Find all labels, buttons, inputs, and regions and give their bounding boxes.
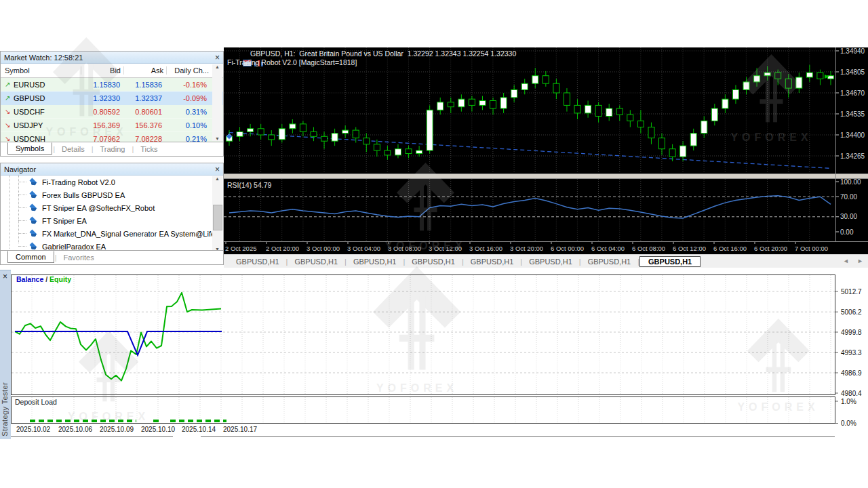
candlestick-chart[interactable]: 1.349401.348051.346701.345351.344001.342… — [224, 47, 868, 254]
table-row[interactable]: ↘USDJPY156.369156.3760.10% — [1, 119, 223, 132]
svg-text:4999.8: 4999.8 — [841, 329, 862, 336]
tree-connector — [18, 182, 26, 182]
tree-item-ea[interactable]: FT Sniper EA — [1, 214, 212, 227]
expert-advisor-icon — [28, 203, 39, 212]
svg-text:1.34670: 1.34670 — [840, 89, 865, 97]
svg-text:0.0%: 0.0% — [841, 420, 856, 427]
tree-item-ea[interactable]: FT Sniper EA @SoftechFX_Robot — [1, 201, 212, 214]
market-watch-rows: ↗EURUSD1.158301.15836-0.16%↗GBPUSD1.3233… — [1, 78, 223, 146]
market-watch-column-headers[interactable]: Symbol Bid Ask Daily Ch... — [1, 64, 223, 78]
strategy-tester-panel: × Strategy Tester 5012.75006.24999.84993… — [0, 270, 868, 441]
chart-header: GBPUSD, H1: Great Britain Pound vs US Do… — [227, 49, 516, 58]
chart-tab-bar: GBPUSD,H1|GBPUSD,H1|GBPUSD,H1|GBPUSD,H1|… — [224, 254, 868, 268]
symbol-cell: USDCHF — [14, 108, 81, 116]
tab-scroll-left-icon[interactable]: ◄ — [843, 258, 849, 264]
strategy-tester-sidebar[interactable]: × Strategy Tester — [0, 270, 11, 439]
column-header-ask[interactable]: Ask — [123, 66, 166, 75]
column-header-daily-change[interactable]: Daily Ch... — [166, 66, 213, 75]
tab-favorites[interactable]: Favorites — [57, 252, 100, 263]
tree-item-ea[interactable]: Forex Bulls GBPUSD EA — [1, 188, 212, 201]
market-watch-panel: Market Watch: 12:58:21 × Symbol Bid Ask … — [0, 51, 224, 157]
scroll-down-icon[interactable]: ▼ — [215, 136, 220, 141]
chart-tab[interactable]: GBPUSD,H1 — [229, 256, 286, 267]
chart-window[interactable]: 1.349401.348051.346701.345351.344001.342… — [224, 47, 868, 254]
bid-cell: 1.32330 — [81, 94, 123, 102]
svg-text:3 Oct 08:00: 3 Oct 08:00 — [388, 245, 421, 252]
svg-text:6 Oct 00:00: 6 Oct 00:00 — [551, 245, 584, 252]
tree-item-label: FX Market_DNA_Signal Generator EA System… — [42, 230, 212, 238]
scrollbar-thumb[interactable] — [213, 205, 222, 230]
expert-advisor-icon — [28, 178, 39, 186]
tab-scroll-right-icon[interactable]: ► — [857, 258, 863, 264]
chart-tab[interactable]: GBPUSD,H1 — [522, 256, 579, 267]
svg-text:2025.10.17: 2025.10.17 — [223, 426, 257, 433]
balance-equity-chart[interactable]: 5012.75006.24999.84993.34986.94980.41.0%… — [11, 271, 868, 443]
legend-separator: / — [43, 275, 50, 283]
chart-tab[interactable]: GBPUSD,H1 — [405, 256, 462, 267]
spreadsheet-icon — [227, 51, 236, 58]
svg-text:6 Oct 12:00: 6 Oct 12:00 — [673, 245, 706, 252]
navigator-titlebar: Navigator × — [1, 163, 223, 176]
svg-text:2025.10.09: 2025.10.09 — [100, 426, 134, 433]
svg-text:2025.10.10: 2025.10.10 — [141, 426, 175, 433]
daily-change-cell: 0.10% — [165, 121, 211, 129]
svg-text:3 Oct 04:00: 3 Oct 04:00 — [347, 245, 380, 252]
tree-connector — [18, 220, 26, 221]
balance-legend: Balance — [16, 275, 43, 283]
balance-equity-chart-svg[interactable]: 5012.75006.24999.84993.34986.94980.41.0%… — [11, 271, 868, 441]
rsi-indicator-label: RSI(14) 54.79 — [227, 181, 271, 189]
svg-text:3 Oct 00:00: 3 Oct 00:00 — [307, 245, 340, 252]
svg-text:2 Oct 2025: 2 Oct 2025 — [225, 245, 256, 252]
navigator-title: Navigator — [4, 165, 36, 174]
navigator-tree: Fi-Trading Robot V2.0Forex Bulls GBPUSD … — [1, 176, 212, 250]
scroll-up-icon[interactable]: ▲ — [215, 176, 220, 181]
tab-details[interactable]: Details — [56, 144, 91, 155]
svg-text:1.34940: 1.34940 — [840, 47, 865, 55]
table-row[interactable]: ↗GBPUSD1.323301.32337-0.09% — [1, 92, 223, 105]
tree-connector — [18, 246, 26, 247]
navigator-panel: Navigator × Fi-Trading Robot V2.0Forex B… — [0, 163, 224, 265]
market-watch-scrollbar[interactable]: ▲ ▼ — [212, 64, 222, 141]
navigator-scrollbar[interactable]: ▲ ▼ — [212, 176, 222, 251]
svg-text:6 Oct 20:00: 6 Oct 20:00 — [754, 245, 787, 252]
chart-tab[interactable]: GBPUSD,H1 — [288, 256, 344, 267]
close-icon[interactable]: × — [215, 54, 220, 62]
chart-tab[interactable]: GBPUSD,H1 — [581, 256, 638, 267]
table-row[interactable]: ↘USDCHF0.805920.806010.31% — [1, 105, 223, 119]
candlestick-chart-svg[interactable]: 1.349401.348051.346701.345351.344001.342… — [224, 47, 868, 254]
chart-tab[interactable]: GBPUSD,H1 — [464, 256, 521, 267]
svg-text:0.00: 0.00 — [840, 228, 854, 236]
scroll-up-icon[interactable]: ▲ — [215, 64, 220, 69]
table-row[interactable]: ↗EURUSD1.158301.15836-0.16% — [1, 78, 223, 92]
tab-ticks[interactable]: Ticks — [134, 144, 163, 155]
expert-advisor-icon — [28, 216, 39, 225]
tree-guide-line — [18, 176, 19, 243]
trend-up-icon: ↗ — [5, 81, 14, 88]
svg-text:5012.7: 5012.7 — [841, 288, 862, 296]
ask-cell: 156.376 — [123, 121, 165, 129]
symbol-cell: EURUSD — [14, 81, 81, 89]
trend-down-icon: ↘ — [5, 121, 14, 129]
tree-item-ea[interactable]: GabrielParadox EA — [1, 240, 212, 250]
svg-text:3 Oct 12:00: 3 Oct 12:00 — [429, 245, 462, 252]
chart-tab[interactable]: GBPUSD,H1 — [639, 256, 701, 267]
chart-tab[interactable]: GBPUSD,H1 — [347, 256, 403, 267]
column-header-symbol[interactable]: Symbol — [5, 66, 81, 75]
svg-text:7 Oct 00:00: 7 Oct 00:00 — [795, 245, 828, 252]
tab-symbols[interactable]: Symbols — [7, 142, 52, 155]
tree-item-label: GabrielParadox EA — [42, 243, 106, 251]
daily-change-cell: -0.09% — [165, 94, 211, 102]
ask-cell: 0.80601 — [123, 108, 165, 116]
tree-item-ea[interactable]: Fi-Trading Robot V2.0 — [1, 176, 212, 188]
close-icon[interactable]: × — [3, 272, 7, 281]
svg-text:6 Oct 04:00: 6 Oct 04:00 — [591, 245, 625, 252]
svg-text:5006.2: 5006.2 — [841, 308, 862, 316]
column-header-bid[interactable]: Bid — [81, 66, 123, 75]
close-icon[interactable]: × — [215, 165, 220, 174]
tree-item-ea[interactable]: FX Market_DNA_Signal Generator EA System… — [1, 227, 212, 240]
tab-common[interactable]: Common — [7, 251, 54, 263]
daily-change-cell: 0.31% — [165, 108, 211, 116]
tree-item-label: Forex Bulls GBPUSD EA — [42, 191, 125, 199]
tab-trading[interactable]: Trading — [94, 144, 132, 155]
expert-advisor-icon — [28, 242, 39, 250]
